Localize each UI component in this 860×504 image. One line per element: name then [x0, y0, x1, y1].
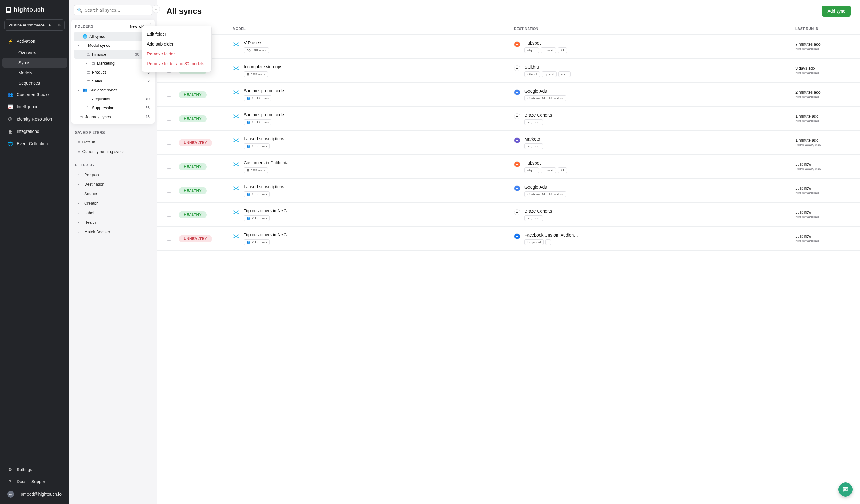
apps-icon: ▦ [8, 129, 13, 134]
health-badge: HEALTHY [179, 187, 206, 195]
col-last-run[interactable]: LAST RUN ⇅ [796, 27, 851, 31]
nav-event-collection[interactable]: 🌐 Event Collection [2, 138, 67, 149]
nav-identity-resolution[interactable]: ⦿ Identity Resolution [2, 113, 67, 125]
row-checkbox[interactable] [167, 116, 171, 120]
folder-model-syncs[interactable]: ▾ ▭ Model syncs 73 [74, 41, 152, 50]
nav-activation[interactable]: ⚡ Activation [2, 35, 67, 47]
chat-icon [842, 486, 849, 493]
filter-by-item[interactable]: ▸Match Booster [69, 227, 157, 236]
chevron-right-icon: ▸ [77, 183, 82, 186]
nav-label: Identity Resolution [17, 117, 52, 121]
rows-chip: 👥1.3K rows [244, 143, 270, 149]
schedule-text: Not scheduled [796, 239, 819, 243]
last-run-time: Just now [796, 162, 821, 167]
workspace-switcher[interactable]: Pristine eCommerce De… ⇅ [4, 19, 64, 31]
nav-sequences[interactable]: Sequences [2, 78, 67, 88]
nav-user-account[interactable]: oz omeed@hightouch.io [2, 488, 67, 501]
ctx-edit-folder[interactable]: Edit folder [142, 29, 212, 39]
filter-by-item[interactable]: ▸Creator [69, 199, 157, 208]
row-checkbox[interactable] [167, 236, 171, 241]
folder-journey-syncs[interactable]: ⤳ Journey syncs 15 [74, 112, 152, 121]
add-sync-button[interactable]: Add sync [822, 5, 851, 17]
nav-integrations[interactable]: ▦ Integrations [2, 126, 67, 137]
filter-by-item[interactable]: ▸Progress [69, 170, 157, 179]
model-name: Lapsed subscriptions [244, 184, 284, 189]
filter-by-item[interactable]: ▸Health [69, 218, 157, 227]
destination-icon: ● [514, 161, 520, 168]
folder-marketing[interactable]: ▸ 🗀 Marketing 9 [74, 59, 152, 68]
schedule-text: Runs every day [796, 167, 821, 171]
row-checkbox[interactable] [167, 212, 171, 217]
rows-kind-icon: SQL [246, 48, 253, 52]
ctx-remove-folder-and-models[interactable]: Remove folder and 30 models [142, 59, 212, 69]
destination-tag: object [525, 47, 539, 53]
nav-models[interactable]: Models [2, 68, 67, 78]
filter-sidebar: « 🔍 FOLDERS New folder 🌐 All syncs 184 ▾… [69, 0, 157, 504]
row-checkbox[interactable] [167, 188, 171, 192]
row-checkbox[interactable] [167, 164, 171, 169]
sync-row[interactable]: HEALTHY Top customers in NYC 👥2.1K rows … [157, 203, 860, 227]
filter-by-label: Match Booster [84, 230, 110, 234]
nav-label: Event Collection [17, 141, 48, 146]
col-model[interactable]: MODEL [233, 27, 514, 30]
brand-logo[interactable]: hightouch [0, 0, 69, 19]
ctx-remove-folder[interactable]: Remove folder [142, 49, 212, 59]
ctx-add-subfolder[interactable]: Add subfolder [142, 39, 212, 49]
col-destination[interactable]: DESTINATION [514, 27, 796, 30]
saved-filter-item[interactable]: ≡Default [69, 137, 157, 147]
nav-docs-support[interactable]: ? Docs + Support [2, 476, 67, 487]
filter-by-item[interactable]: ▸Source [69, 189, 157, 199]
destination-tag: +1 [558, 47, 567, 53]
sync-row[interactable]: HEALTHY Lapsed subscriptions 👥1.3K rows … [157, 179, 860, 203]
health-badge: UNHEALTHY [179, 139, 212, 146]
help-icon: ? [8, 479, 13, 484]
destination-tag: segment [525, 119, 543, 125]
nav-syncs[interactable]: Syncs [2, 58, 67, 68]
sync-row[interactable]: HEALTHY VIP users SQL3K rows ● Hubspot o… [157, 35, 860, 59]
sync-row[interactable]: HEALTHY Summer promo code 👥15.1K rows ● … [157, 107, 860, 131]
destination-name: Hubspot [525, 161, 567, 165]
filter-by-item[interactable]: ▸Label [69, 208, 157, 218]
row-checkbox[interactable] [167, 140, 171, 145]
nav-overview[interactable]: Overview [2, 48, 67, 58]
audience-icon: 👥 [83, 88, 87, 92]
chevron-right-icon: ▸ [77, 173, 82, 176]
folder-finance[interactable]: 🗀 Finance 30 ⋯ [74, 50, 152, 59]
model-name: Incomplete sign-ups [244, 64, 282, 69]
filter-by-item[interactable]: ▸Destination [69, 179, 157, 189]
saved-filter-label: Currently running syncs [83, 149, 125, 154]
folder-acquisition[interactable]: 🗀 Acquisition 40 [74, 95, 152, 103]
rows-chip: 👥15.1K rows [244, 119, 272, 125]
nav-customer-studio[interactable]: 👥 Customer Studio [2, 89, 67, 100]
nav-intelligence[interactable]: 📈 Intelligence [2, 101, 67, 113]
sync-row[interactable]: UNHEALTHY Lapsed subscriptions 👥1.3K row… [157, 131, 860, 155]
folder-all-syncs[interactable]: 🌐 All syncs 184 [74, 32, 152, 41]
sync-row[interactable]: HEALTHY Summer promo code 👥15.1K rows ● … [157, 83, 860, 107]
model-name: VIP users [244, 40, 269, 45]
folder-icon: 🗀 [86, 79, 90, 83]
row-checkbox[interactable] [167, 92, 171, 97]
folder-product[interactable]: 🗀 Product 3 [74, 68, 152, 77]
model-name: Top customers in NYC [244, 208, 287, 213]
nav-settings[interactable]: ⚙ Settings [2, 464, 67, 475]
folder-suppression[interactable]: 🗀 Suppression 56 [74, 103, 152, 112]
saved-filter-item[interactable]: ≡Currently running syncs [69, 147, 157, 156]
gear-icon: ⚙ [8, 467, 13, 472]
destination-name: Facebook Custom Audien… [525, 233, 578, 237]
schedule-text: Not scheduled [796, 191, 819, 196]
snowflake-icon [233, 65, 240, 72]
destination-tag: upsert [541, 168, 556, 173]
search-input[interactable] [74, 5, 152, 15]
sync-row[interactable]: HEALTHY Incomplete sign-ups ▦18K rows ● … [157, 59, 860, 83]
help-bubble-button[interactable] [838, 483, 852, 496]
destination-tag: user [558, 71, 570, 77]
col-label: LAST RUN [796, 27, 814, 30]
folder-audience-syncs[interactable]: ▾ 👥 Audience syncs [74, 86, 152, 95]
model-name: Lapsed subscriptions [244, 136, 284, 141]
collapse-sidebar-button[interactable]: « [152, 5, 160, 13]
folder-label: Model syncs [88, 43, 110, 48]
sync-row[interactable]: HEALTHY Customers in California ▦18K row… [157, 155, 860, 179]
folder-sales[interactable]: 🗀 Sales 2 [74, 77, 152, 86]
sync-row[interactable]: UNHEALTHY Top customers in NYC 👥2.1K row… [157, 227, 860, 251]
search-icon: 🔍 [77, 8, 82, 13]
